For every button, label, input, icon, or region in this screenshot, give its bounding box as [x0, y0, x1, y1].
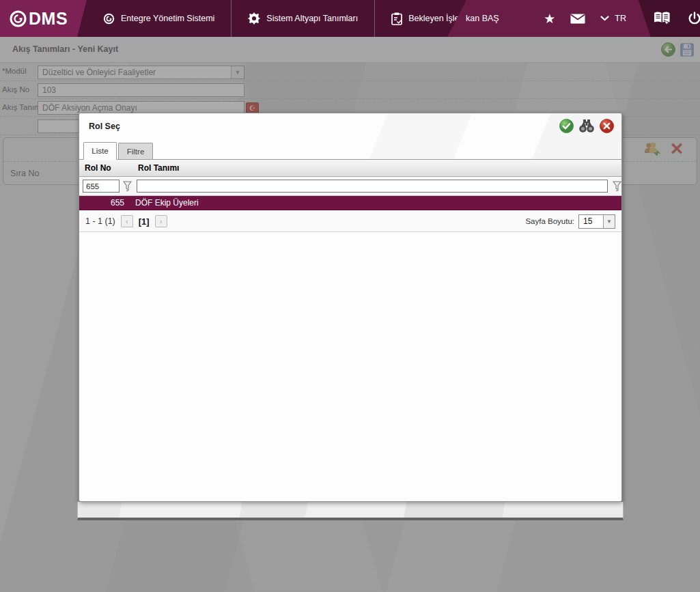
rol-sec-modal: Rol Seç [77, 113, 624, 520]
page-size-label: Sayfa Boyutu: [525, 217, 574, 225]
confirm-check-icon[interactable] [559, 119, 574, 136]
close-icon[interactable] [600, 119, 614, 136]
chevron-down-icon: ▼ [603, 215, 615, 228]
brand-text: DMS [29, 9, 68, 29]
modal-box: Rol Seç [79, 113, 622, 502]
pagination-range: 1 - 1 (1) [85, 216, 115, 226]
grid-header-row: Rol No Rol Tanımı [79, 160, 621, 177]
grid-filter-row [79, 177, 621, 196]
menu-item-sistem-altyapi-tanimlari[interactable]: Sistem Altyapı Tanımları [232, 0, 374, 37]
menu-item-entegre-yonetim-sistemi[interactable]: Entegre Yönetim Sistemi [87, 0, 231, 37]
current-page[interactable]: [1] [139, 216, 150, 227]
modal-header: Rol Seç [79, 113, 621, 139]
tab-liste[interactable]: Liste [83, 142, 117, 160]
page-size-group: Sayfa Boyutu: 15 ▼ [525, 210, 615, 232]
top-navigation-bar: DMS Entegre Yönetim Sistemi Sistem Altya… [0, 0, 700, 37]
menu-item-label: Entegre Yönetim Sistemi [121, 14, 214, 23]
modal-tabstrip: Liste Filtre [79, 139, 621, 160]
filter-funnel-icon[interactable] [613, 181, 621, 195]
pagination-bar: 1 - 1 (1) ‹ [1] › Sayfa Boyutu: 15 ▼ [79, 210, 621, 232]
username[interactable]: kan BAŞ [466, 14, 499, 23]
cell-rol-no: 655 [79, 198, 128, 208]
language-selector[interactable]: TR [600, 14, 626, 23]
next-page-button[interactable]: › [155, 215, 167, 227]
favorites-star-icon[interactable]: ★ [544, 12, 555, 25]
help-book-icon[interactable] [653, 11, 672, 27]
cell-rol-tanimi: DÖF Ekip Üyeleri [128, 198, 199, 208]
logout-power-icon[interactable] [687, 11, 700, 26]
filter-rol-no-input[interactable] [83, 180, 120, 193]
qdms-logo: DMS [9, 9, 68, 29]
page-size-select[interactable]: 15 ▼ [578, 214, 615, 229]
modal-actions [559, 119, 614, 136]
main-menu: Entegre Yönetim Sistemi Sistem Altyapı T… [87, 0, 488, 37]
logo-segment[interactable]: DMS [0, 0, 87, 37]
gear-icon [248, 12, 260, 25]
app-screen: DMS Entegre Yönetim Sistemi Sistem Altya… [0, 0, 700, 592]
pagination-controls: 1 - 1 (1) ‹ [1] › [85, 210, 167, 232]
language-label: TR [615, 14, 626, 23]
chevron-down-icon [600, 16, 609, 21]
column-rol-no: Rol No [79, 163, 134, 173]
filter-funnel-icon[interactable] [123, 181, 132, 195]
user-icon-group: ★ TR [544, 12, 626, 25]
qdms-circle-icon [103, 13, 115, 25]
prev-page-button[interactable]: ‹ [121, 215, 133, 227]
page-size-value: 15 [579, 216, 603, 226]
modal-footer [77, 502, 624, 520]
clipboard-check-icon [391, 12, 402, 25]
mail-icon[interactable] [570, 14, 585, 24]
grid-row-selected[interactable]: 655 DÖF Ekip Üyeleri [79, 196, 621, 210]
user-segment: kan BAŞ ★ TR [447, 0, 651, 37]
column-rol-tanimi: Rol Tanımı [134, 163, 179, 173]
tab-filtre[interactable]: Filtre [118, 143, 153, 159]
search-binoculars-icon[interactable] [578, 119, 595, 136]
qdms-logo-icon [9, 10, 27, 28]
modal-title: Rol Seç [89, 122, 120, 131]
menu-item-label: Sistem Altyapı Tanımları [266, 14, 358, 23]
filter-rol-tanimi-input[interactable] [137, 180, 608, 193]
